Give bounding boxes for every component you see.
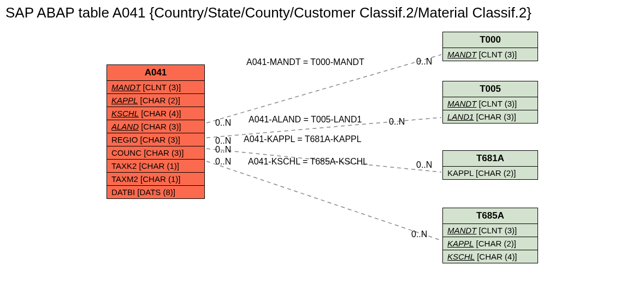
entity-a041-field: KSCHL [CHAR (4)] — [107, 107, 204, 120]
entity-t685a-field: KSCHL [CHAR (4)] — [443, 250, 537, 263]
card-e4-left: 0..N — [215, 157, 231, 167]
entity-t685a-field: KAPPL [CHAR (2)] — [443, 237, 537, 250]
entity-t685a-header: T685A — [443, 208, 537, 224]
card-e3-right: 0..N — [416, 160, 432, 170]
edge-label-2: A041-ALAND = T005-LAND1 — [249, 115, 362, 125]
entity-t681a-header: T681A — [443, 151, 537, 167]
card-e3-left: 0..N — [215, 145, 231, 155]
entity-a041-field: REGIO [CHAR (3)] — [107, 133, 204, 146]
entity-a041-field: ALAND [CHAR (3)] — [107, 120, 204, 133]
edge-label-3: A041-KAPPL = T681A-KAPPL — [244, 134, 362, 144]
page-title: SAP ABAP table A041 {Country/State/Count… — [5, 4, 531, 21]
entity-t681a: T681A KAPPL [CHAR (2)] — [442, 150, 538, 180]
entity-a041-header: A041 — [107, 65, 204, 81]
entity-t681a-field: KAPPL [CHAR (2)] — [443, 167, 537, 179]
entity-a041-field: COUNC [CHAR (3)] — [107, 146, 204, 160]
edge-label-1: A041-MANDT = T000-MANDT — [246, 57, 364, 67]
entity-t685a-field: MANDT [CLNT (3)] — [443, 224, 537, 237]
entity-t000-field: MANDT [CLNT (3)] — [443, 48, 537, 61]
card-e1-right: 0..N — [416, 57, 432, 67]
edge-label-4: A041-KSCHL = T685A-KSCHL — [248, 157, 368, 167]
entity-a041-field: KAPPL [CHAR (2)] — [107, 94, 204, 107]
entity-t005-field: MANDT [CLNT (3)] — [443, 97, 537, 110]
card-e2-right: 0..N — [389, 117, 405, 127]
entity-t685a: T685A MANDT [CLNT (3)] KAPPL [CHAR (2)] … — [442, 208, 538, 263]
entity-t005-field: LAND1 [CHAR (3)] — [443, 110, 537, 123]
entity-a041-field: TAXK2 [CHAR (1)] — [107, 160, 204, 173]
entity-a041-field: DATBI [DATS (8)] — [107, 186, 204, 198]
edge-a041-t685a — [206, 161, 441, 240]
connectors-svg — [0, 0, 644, 300]
entity-a041-field: TAXM2 [CHAR (1)] — [107, 173, 204, 186]
entity-a041-field: MANDT [CLNT (3)] — [107, 81, 204, 94]
entity-a041: A041 MANDT [CLNT (3)] KAPPL [CHAR (2)] K… — [107, 64, 205, 199]
entity-t000: T000 MANDT [CLNT (3)] — [442, 32, 538, 61]
card-e1-left: 0..N — [215, 118, 231, 128]
entity-t000-header: T000 — [443, 32, 537, 48]
entity-t005-header: T005 — [443, 81, 537, 97]
entity-t005: T005 MANDT [CLNT (3)] LAND1 [CHAR (3)] — [442, 81, 538, 123]
card-e4-right: 0..N — [411, 230, 427, 239]
